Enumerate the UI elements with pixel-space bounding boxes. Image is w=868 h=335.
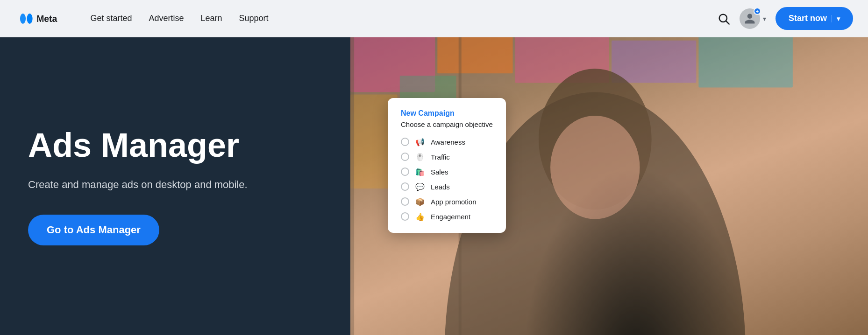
app-promotion-icon: 📦 [415, 196, 425, 207]
campaign-card-title: New Campaign [401, 109, 493, 118]
nav-links: Get started Advertise Learn Support [90, 14, 717, 23]
start-now-button[interactable]: Start now ▾ [776, 7, 853, 30]
avatar-chevron-icon: ▾ [763, 15, 766, 22]
nav-learn[interactable]: Learn [201, 14, 222, 23]
user-avatar-button[interactable]: + ▾ [740, 8, 766, 29]
hero-subtitle: Create and manage ads on desktop and mob… [28, 177, 322, 192]
svg-text:Meta: Meta [36, 14, 57, 24]
campaign-radio-traffic [401, 153, 409, 161]
hero-title: Ads Manager [28, 127, 322, 164]
svg-point-16 [550, 116, 640, 219]
campaign-option-sales-label: Sales [431, 168, 448, 176]
svg-point-0 [20, 14, 26, 24]
campaign-option-traffic[interactable]: 🖱️ Traffic [401, 152, 493, 162]
awareness-icon: 📢 [415, 137, 425, 147]
campaign-card-subtitle: Choose a campaign objective [401, 120, 493, 128]
go-to-ads-manager-button[interactable]: Go to Ads Manager [28, 215, 159, 245]
campaign-radio-engagement [401, 212, 409, 221]
hero-right: New Campaign Choose a campaign objective… [350, 37, 868, 335]
svg-rect-12 [350, 37, 354, 335]
start-now-chevron-icon: ▾ [832, 15, 840, 22]
nav-right: + ▾ Start now ▾ [717, 7, 853, 30]
svg-rect-8 [612, 41, 696, 83]
campaign-option-engagement[interactable]: 👍 Engagement [401, 211, 493, 222]
leads-icon: 💬 [415, 181, 425, 192]
campaign-option-awareness[interactable]: 📢 Awareness [401, 137, 493, 147]
campaign-option-leads[interactable]: 💬 Leads [401, 181, 493, 192]
hero-section: Ads Manager Create and manage ads on des… [0, 37, 868, 335]
svg-line-4 [726, 21, 729, 24]
campaign-option-engagement-label: Engagement [431, 213, 470, 221]
search-button[interactable] [717, 12, 730, 25]
traffic-icon: 🖱️ [415, 152, 425, 162]
nav-support[interactable]: Support [239, 14, 269, 23]
campaign-radio-app-promotion [401, 197, 409, 206]
engagement-icon: 👍 [415, 211, 425, 222]
campaign-option-app-promotion[interactable]: 📦 App promotion [401, 196, 493, 207]
avatar: + [740, 8, 760, 29]
svg-point-1 [27, 14, 32, 24]
nav-advertise[interactable]: Advertise [149, 14, 184, 23]
brand-logo[interactable]: Meta [15, 11, 71, 27]
nav-get-started[interactable]: Get started [90, 14, 132, 23]
campaign-card: New Campaign Choose a campaign objective… [388, 98, 506, 233]
campaign-option-leads-label: Leads [431, 183, 450, 191]
campaign-option-sales[interactable]: 🛍️ Sales [401, 167, 493, 177]
navbar: Meta Get started Advertise Learn Support… [0, 0, 868, 37]
sales-icon: 🛍️ [415, 167, 425, 177]
svg-rect-9 [698, 37, 792, 87]
campaign-radio-awareness [401, 138, 409, 146]
hero-left: Ads Manager Create and manage ads on des… [0, 37, 350, 335]
campaign-radio-sales [401, 168, 409, 176]
campaign-radio-leads [401, 182, 409, 191]
campaign-option-traffic-label: Traffic [431, 153, 450, 161]
campaign-option-app-promotion-label: App promotion [431, 198, 477, 206]
campaign-options-list: 📢 Awareness 🖱️ Traffic 🛍️ Sales 💬 Le [401, 137, 493, 222]
campaign-option-awareness-label: Awareness [431, 138, 465, 146]
notification-badge: + [754, 7, 761, 15]
svg-rect-6 [437, 37, 512, 73]
